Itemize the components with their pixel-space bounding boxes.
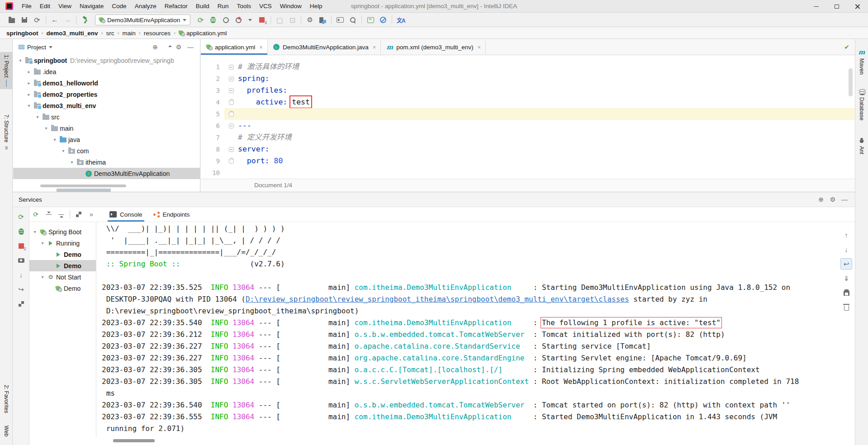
fold-marker-icon[interactable] <box>229 88 234 93</box>
services-tree-row[interactable]: ▾⚙Not Start <box>29 271 96 283</box>
tree-row[interactable]: ▸demo2_properties <box>13 89 200 100</box>
chevron-down-icon[interactable]: ▾ <box>25 103 33 108</box>
expand-all-button[interactable] <box>42 209 55 220</box>
chevron-down-icon[interactable]: ▾ <box>17 58 24 63</box>
menu-item-refactor[interactable]: Refactor <box>161 0 192 12</box>
chevron-down-icon[interactable]: ▾ <box>39 275 46 279</box>
tree-row[interactable]: ▾main <box>13 123 200 134</box>
services-tree-row[interactable]: ▾Running <box>29 237 96 249</box>
log-file-link[interactable]: D:\review_springboot\review_springboot_i… <box>246 295 629 303</box>
inspections-ok-icon[interactable]: ✔ <box>844 43 849 51</box>
menu-item-help[interactable]: Help <box>306 0 327 12</box>
more-actions-button[interactable]: » <box>85 209 98 220</box>
breadcrumb-item[interactable]: main <box>123 30 136 37</box>
tree-row[interactable]: ▾java <box>13 134 200 145</box>
editor-body[interactable]: 1# 激活具体的环境2spring:3 profiles:4 active: t… <box>201 55 855 179</box>
back-button[interactable]: ← <box>48 14 61 25</box>
code-line[interactable]: 1# 激活具体的环境 <box>201 61 855 73</box>
chevron-down-icon[interactable]: ▾ <box>34 114 41 119</box>
chevron-down-icon[interactable]: ▾ <box>68 160 76 165</box>
services-tab-endpoints[interactable]: Endpoints <box>148 207 195 222</box>
run-anything-button[interactable] <box>334 14 346 25</box>
tree-row[interactable]: ▾src <box>13 111 200 123</box>
build-button[interactable] <box>79 14 91 25</box>
close-icon[interactable]: × <box>373 44 376 51</box>
code-line[interactable]: 3 profiles: <box>201 85 855 96</box>
fold-marker-icon[interactable] <box>229 159 234 164</box>
breadcrumb-item[interactable]: springboot <box>6 30 38 37</box>
tree-row[interactable]: ▸.idea <box>13 66 200 77</box>
rerun-button[interactable]: ⟳ <box>16 212 27 222</box>
menu-item-analyze[interactable]: Analyze <box>131 0 161 12</box>
chevron-right-icon[interactable]: ▸ <box>25 92 33 97</box>
profiler-button[interactable] <box>232 14 245 25</box>
menu-item-code[interactable]: Code <box>108 0 130 12</box>
group-by-button[interactable] <box>72 209 85 220</box>
hide-panel-button[interactable]: — <box>185 43 196 51</box>
dashboard-button[interactable] <box>16 298 27 309</box>
stop-button[interactable] <box>256 14 268 25</box>
forward-button[interactable]: → <box>61 14 74 25</box>
minimize-button[interactable] <box>806 0 826 13</box>
select-opened-file-button[interactable]: ⊕ <box>149 43 161 51</box>
coverage-button[interactable] <box>219 14 232 25</box>
services-tree-row[interactable]: Demo <box>29 283 96 294</box>
tree-row[interactable]: ▸demo1_helloworld <box>13 77 200 89</box>
profiler-dropdown[interactable] <box>245 14 256 25</box>
editor-tab[interactable]: application.yml× <box>201 39 268 55</box>
menu-item-edit[interactable]: Edit <box>36 0 54 12</box>
search-everywhere-button[interactable] <box>346 14 359 25</box>
scroll-down-button[interactable]: ↓ <box>840 244 852 255</box>
markdown-check-button[interactable] <box>364 14 377 25</box>
menu-item-file[interactable]: File <box>18 0 36 12</box>
chevron-down-icon[interactable]: ▾ <box>31 229 38 234</box>
chevron-down-icon[interactable]: ▾ <box>43 126 50 131</box>
chevron-down-icon[interactable]: ▾ <box>51 137 58 142</box>
code-line[interactable]: 7# 定义开发环境 <box>201 132 855 143</box>
settings-button[interactable]: ⚙ <box>304 14 316 25</box>
toolwindow-button-maven[interactable]: m Maven <box>855 48 868 75</box>
open-button[interactable] <box>5 14 18 25</box>
heap-dump-button[interactable]: ↓ <box>16 270 27 280</box>
breadcrumb-item[interactable]: application.yml <box>179 30 227 37</box>
chevron-right-icon[interactable]: ▸ <box>25 69 33 74</box>
console-hscrollbar[interactable] <box>113 439 155 442</box>
fold-marker-icon[interactable] <box>229 147 234 152</box>
toolwindow-button-database[interactable]: Database <box>855 89 868 120</box>
services-hide-button[interactable]: — <box>839 196 850 203</box>
services-tab-console[interactable]: Console <box>104 207 148 222</box>
code-line[interactable]: 8server: <box>201 143 855 155</box>
rerun-all-button[interactable]: ⟳ <box>29 209 42 220</box>
code-line[interactable]: 6--- <box>201 120 855 132</box>
editor-tab[interactable]: mpom.xml (demo3_multi_env)× <box>381 39 486 55</box>
close-icon[interactable]: × <box>259 44 263 51</box>
fold-marker-icon[interactable] <box>229 100 234 105</box>
save-button[interactable] <box>18 14 31 25</box>
fold-marker-icon[interactable] <box>229 123 234 128</box>
toolwindow-button-structure[interactable]: 7: Structure ≡ <box>0 112 13 154</box>
tree-row[interactable]: ▾itheima <box>13 156 200 168</box>
chevron-down-icon[interactable]: ▾ <box>39 241 46 246</box>
update-app-button[interactable]: ⊡ <box>286 14 299 25</box>
thread-dump-button[interactable] <box>16 255 27 265</box>
services-tree-row[interactable]: Demo <box>29 260 96 271</box>
fold-marker-icon[interactable] <box>229 76 234 81</box>
services-tree-row[interactable]: Demo <box>29 249 96 260</box>
tree-row[interactable]: ▾com <box>13 145 200 156</box>
menu-item-navigate[interactable]: Navigate <box>76 0 108 12</box>
code-line[interactable]: 10 <box>201 167 855 179</box>
menu-item-vcs[interactable]: VCS <box>255 0 276 12</box>
breadcrumb-item[interactable]: src <box>106 30 114 37</box>
code-line[interactable]: 5 <box>201 108 855 120</box>
menu-item-tools[interactable]: Tools <box>233 0 256 12</box>
stop-service-button[interactable] <box>16 241 27 251</box>
attach-debugger-button[interactable]: ▢ <box>273 14 286 25</box>
scroll-to-end-button[interactable]: ⇓ <box>840 273 852 284</box>
menu-item-view[interactable]: View <box>54 0 76 12</box>
code-line[interactable]: 9 port: 80 <box>201 155 855 167</box>
editor-scrollbar[interactable] <box>849 68 853 96</box>
scroll-up-button[interactable]: ↑ <box>840 229 852 241</box>
breadcrumb-item[interactable]: resources <box>144 30 171 37</box>
project-tree-hscrollbar[interactable] <box>40 185 126 187</box>
debug-button[interactable] <box>207 14 219 25</box>
